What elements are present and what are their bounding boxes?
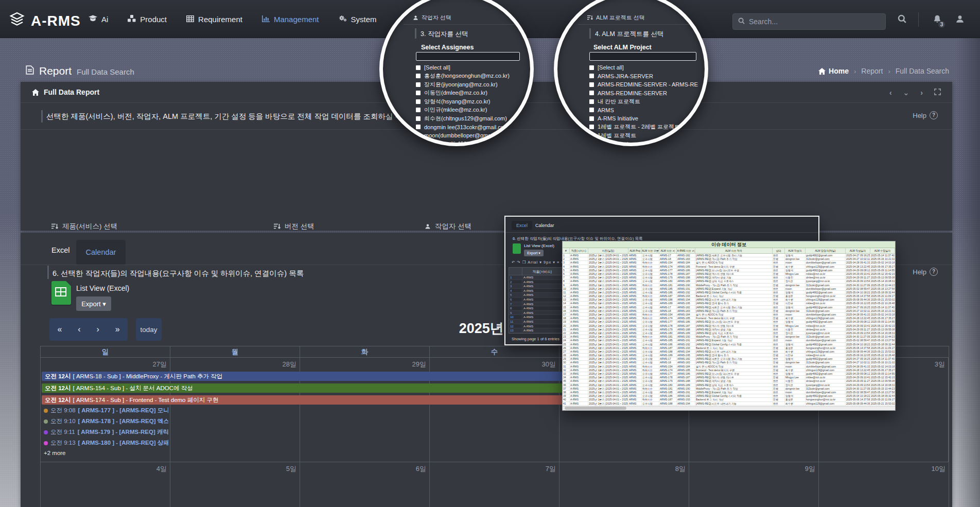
lens-option[interactable]: 이민규(mklee@mz.co.kr) — [416, 106, 527, 115]
calendar-dot-event[interactable]: 오전 9:08[ ARMS-177 ] - [ARMS-REQ] 모니터링 — [44, 405, 168, 416]
lens-option[interactable]: ARMS-REDMINE-SERVER - ARMS-RE — [589, 80, 703, 89]
nav-item-system[interactable]: System — [339, 15, 377, 24]
sheet-header-cell: 버전(일정) — [588, 248, 628, 253]
calendar-day-cell[interactable]: 7일 — [430, 462, 559, 507]
brand[interactable]: A-RMS — [8, 11, 81, 31]
calendar-dot-event[interactable]: 오전 9:10[ ARMS-178 ] - [ARMS-REQ] 엑스바 연 — [44, 416, 168, 427]
sheet-cell: 2025년 1분기 (2025-04-01 ~ 2025-06-3 — [588, 383, 628, 387]
user-menu-button[interactable] — [955, 14, 965, 26]
checkbox-icon[interactable] — [416, 125, 421, 129]
nav-item-requirement[interactable]: Requirement — [186, 15, 242, 24]
lens-option[interactable]: 이동민(dmlee@mz.co.kr) — [416, 89, 527, 98]
lens-filter-input[interactable] — [416, 52, 520, 61]
collapse-down-icon[interactable]: ⌄ — [903, 89, 909, 96]
sheet-row: 22A-RMS2025년 1분기 (2025-04-01 ~ 2025-06-3… — [563, 331, 895, 335]
tab-excel[interactable]: Excel — [512, 221, 532, 230]
checkbox-icon[interactable] — [416, 116, 421, 121]
table-cell: 11 — [509, 320, 522, 324]
checkbox-icon[interactable] — [416, 99, 421, 104]
scrollbar-up-icon[interactable]: ▲ — [704, 75, 708, 80]
sheet-cell: ARMS-189 — [677, 383, 695, 387]
checkbox-icon[interactable] — [416, 82, 421, 87]
checkbox-icon[interactable] — [589, 65, 594, 70]
lens-option[interactable]: ARMS-REDMINE-SERVER — [589, 89, 703, 98]
scrollbar-up-icon[interactable]: ▲ — [529, 75, 534, 80]
tab-calendar[interactable]: Calendar — [76, 240, 126, 265]
checkbox-icon[interactable] — [416, 65, 421, 70]
calendar-dot-event[interactable]: 오전 9:13[ ARMS-180 ] - [ARMS-REQ] 상패 지급 — [44, 438, 168, 448]
lens-option[interactable]: ARMS-JIRA-SERVER — [589, 72, 703, 81]
checkbox-icon[interactable] — [589, 108, 594, 112]
nav-item-product[interactable]: Product — [128, 15, 167, 24]
checkbox-icon[interactable] — [416, 74, 421, 78]
notifications-button[interactable]: 3 — [933, 14, 942, 26]
sheet-cell: 요구사항 — [642, 394, 659, 397]
checkbox-icon[interactable] — [416, 108, 421, 112]
sheet-row: 32A-RMS2025년 1분기 (2025-04-01 ~ 2025-06-3… — [563, 369, 895, 372]
checkbox-icon[interactable] — [589, 99, 594, 104]
breadcrumb-home[interactable]: Home — [818, 67, 849, 75]
calendar-day-cell[interactable]: 5일 — [170, 462, 300, 507]
sheet-cell: 2025-05-20 11:09:17 — [870, 398, 895, 401]
horizontal-scrollbar[interactable] — [563, 406, 895, 410]
table-cell: 13 — [509, 328, 522, 333]
expand-icon[interactable] — [934, 89, 941, 96]
nav-item-management[interactable]: Management — [262, 15, 319, 24]
sheet-cell: [ARMS-REQ] 새로운 요구사항 관리 기능 — [695, 357, 773, 360]
checkbox-icon[interactable] — [589, 91, 594, 95]
breadcrumb-report[interactable]: Report — [861, 67, 883, 75]
calendar-day-cell[interactable]: 10일 — [819, 462, 949, 507]
calendar-dot-event[interactable]: 오전 9:11[ ARMS-179 ] - [ARMS-REQ] 캐릭터 생 — [44, 427, 168, 438]
sheet-cell: A-RMS — [570, 402, 588, 405]
sheet-row: 15A-RMS2025년 1분기 (2025-04-01 ~ 2025-06-3… — [563, 306, 895, 309]
sheet-header-cell: ALM 이슈 제목 — [695, 248, 773, 253]
sheet-cell: gudtjr4662@gmail.com — [806, 306, 846, 309]
sheet-cell: 2025-05-18 09:32:44 — [870, 343, 895, 346]
sheet-cell: A-RMS — [570, 331, 588, 335]
lens-option[interactable]: 양형석(hsyang@mz.co.kr) — [416, 97, 527, 106]
lens-filter-input[interactable] — [589, 52, 696, 61]
sheet-cell: 313cokr@gmail.com — [806, 361, 846, 364]
sheet-cell: ARMS-185 — [677, 317, 695, 320]
export-button[interactable]: Export ▾ — [524, 250, 544, 256]
collapse-left-icon[interactable]: ‹ — [889, 89, 892, 96]
lens-option[interactable]: ARMS — [589, 106, 703, 115]
collapse-right-icon[interactable]: › — [920, 89, 923, 96]
search-submit-icon[interactable] — [898, 14, 906, 25]
calendar-day-cell[interactable]: 6일 — [300, 462, 430, 507]
tab-calendar[interactable]: Calendar — [535, 223, 554, 228]
lens-option[interactable]: 내 칸반 프로젝트 — [589, 97, 703, 106]
more-events-link[interactable]: +2 more — [44, 450, 168, 456]
help-button[interactable]: Help? — [913, 268, 938, 276]
calendar-day-cell[interactable]: 9일 — [689, 462, 819, 507]
lens-option[interactable]: 장지윤(jiyoonjang@mz.co.kr) — [416, 80, 527, 89]
sheet-cell: 진행 — [773, 324, 785, 327]
lens-option[interactable]: [Select all] — [416, 63, 527, 72]
lens-option[interactable]: [Select all] — [589, 63, 703, 72]
sheet-cell: [ARMS-REQ] 캐릭터 생성 기능 — [695, 328, 773, 331]
sheet-cell: A-RMS — [570, 313, 588, 316]
search-input[interactable] — [749, 18, 880, 26]
calendar-day-cell[interactable]: 8일 — [559, 462, 689, 507]
sheet-cell: ARMS — [628, 313, 642, 316]
lens-option[interactable]: A-RMS Initiative — [589, 114, 703, 123]
checkbox-icon[interactable] — [589, 125, 594, 129]
tab-excel[interactable]: Excel — [51, 246, 69, 254]
sheet-cell: 2025년 1분기 (2025-04-01 ~ 2025-06-3 — [588, 361, 628, 364]
sheet-cell: 2025-05-09 11:14:55 — [870, 320, 895, 323]
lens-option[interactable]: 최수현(chltngus129@gmail.com) — [416, 114, 527, 123]
help-button[interactable]: Help? — [913, 111, 938, 119]
checkbox-icon[interactable] — [589, 74, 594, 78]
checkbox-icon[interactable] — [589, 116, 594, 121]
sheet-cell: 25 — [563, 343, 570, 346]
checkbox-icon[interactable] — [589, 82, 594, 87]
export-button[interactable]: Export ▾ — [76, 296, 111, 311]
sheet-cell: Mingyu Lee — [785, 324, 806, 327]
lens-option[interactable]: 홍성훈(hongseonghun@mz.co.kr) — [416, 72, 527, 81]
sheet-cell: dumbbelloper@gmail.com — [806, 313, 846, 316]
table-cell: 5 — [509, 293, 522, 297]
nav-item-ai[interactable]: Ai — [89, 15, 108, 24]
calendar-day-cell[interactable]: 4일 — [41, 462, 170, 507]
sheet-cell: 2025년 1분기 (2025-04-01 ~ 2025-06-3 — [588, 376, 628, 379]
checkbox-icon[interactable] — [416, 91, 421, 95]
